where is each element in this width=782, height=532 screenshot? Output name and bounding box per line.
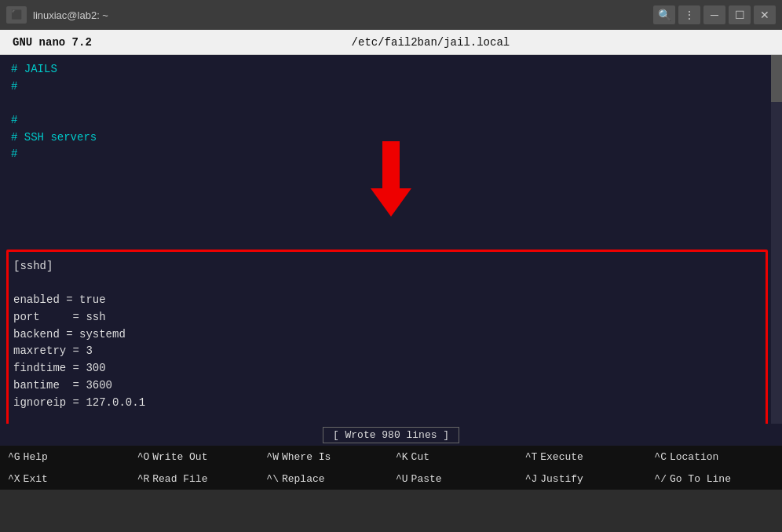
close-button[interactable]: ✕: [754, 5, 776, 24]
sshd-line-port: port = ssh: [13, 309, 761, 326]
shortcut-exit[interactable]: ^X Exit: [3, 468, 133, 490]
shortcut-grid: ^G Help ^O Write Out ^W Where Is ^K Cut …: [0, 446, 782, 490]
shortcut-location[interactable]: ^C Location: [649, 446, 779, 468]
shortcut-label-write: Write Out: [149, 451, 207, 463]
shortcut-key-cut: ^K: [396, 451, 408, 463]
shortcut-key-justify: ^J: [525, 473, 538, 485]
shortcut-key-read: ^R: [137, 473, 150, 485]
shortcut-key-replace: ^\: [266, 473, 279, 485]
shortcut-key-goto: ^/: [654, 473, 667, 485]
editor-line: #: [11, 78, 771, 96]
arrow-shaft: [382, 141, 400, 188]
highlight-section: [sshd] enabled = true port = ssh backend…: [6, 250, 768, 424]
shortcut-cut[interactable]: ^K Cut: [391, 446, 521, 468]
maximize-button[interactable]: ☐: [729, 5, 751, 24]
shortcut-key-where: ^W: [266, 451, 279, 463]
shortcut-key-write: ^O: [137, 451, 150, 463]
title-bar-controls: 🔍 ⋮ ─ ☐ ✕: [653, 5, 776, 24]
menu-button[interactable]: ⋮: [678, 5, 700, 24]
shortcut-label-justify: Justify: [537, 473, 583, 485]
sshd-line-blank: [13, 275, 761, 293]
window-title: linuxiac@lab2: ~: [33, 9, 108, 21]
editor-line: #: [11, 112, 771, 129]
editor-area[interactable]: # JAILS # # # SSH servers # [sshd] enabl…: [0, 55, 782, 424]
sshd-line-maxretry: maxretry = 3: [13, 343, 761, 360]
shortcut-replace[interactable]: ^\ Replace: [261, 468, 391, 490]
editor-line: # JAILS: [11, 61, 771, 78]
shortcut-execute[interactable]: ^T Execute: [521, 446, 650, 468]
shortcut-read-file[interactable]: ^R Read File: [133, 468, 262, 490]
shortcut-key-location: ^C: [654, 451, 667, 463]
shortcut-key-paste: ^U: [396, 473, 408, 485]
shortcut-go-to-line[interactable]: ^/ Go To Line: [649, 468, 779, 490]
sshd-line-findtime: findtime = 300: [13, 360, 761, 377]
scrollbar-thumb[interactable]: [771, 55, 782, 102]
shortcut-label-replace: Replace: [279, 473, 325, 485]
shortcut-label-exit: Exit: [20, 473, 48, 485]
sshd-line-backend: backend = systemd: [13, 326, 761, 344]
arrow-head: [371, 188, 411, 217]
shortcut-label-location: Location: [667, 451, 718, 463]
shortcut-key-execute: ^T: [525, 451, 538, 463]
arrow-indicator: [371, 141, 411, 217]
scrollbar[interactable]: [771, 55, 782, 424]
shortcut-justify[interactable]: ^J Justify: [521, 468, 650, 490]
nano-filename: /etc/fail2ban/jail.local: [352, 36, 510, 49]
shortcut-label-help: Help: [20, 451, 48, 463]
sshd-line-bantime: bantime = 3600: [13, 377, 761, 395]
sshd-line-enabled: enabled = true: [13, 292, 761, 309]
nano-header: GNU nano 7.2 /etc/fail2ban/jail.local: [0, 30, 782, 55]
shortcut-label-read: Read File: [149, 473, 207, 485]
shortcut-paste[interactable]: ^U Paste: [391, 468, 521, 490]
terminal-icon: ⬛: [6, 6, 27, 24]
shortcut-key-exit: ^X: [8, 473, 20, 485]
shortcut-where-is[interactable]: ^W Where Is: [261, 446, 391, 468]
shortcut-key-help: ^G: [8, 451, 20, 463]
status-bar: [ Wrote 980 lines ]: [0, 424, 782, 446]
nano-version: GNU nano 7.2: [13, 36, 92, 49]
shortcut-help[interactable]: ^G Help: [3, 446, 133, 468]
editor-line: [11, 95, 771, 112]
title-bar: ⬛ linuxiac@lab2: ~ 🔍 ⋮ ─ ☐ ✕: [0, 0, 782, 30]
title-bar-left: ⬛ linuxiac@lab2: ~: [6, 6, 108, 24]
shortcut-label-goto: Go To Line: [667, 473, 731, 485]
search-button[interactable]: 🔍: [653, 5, 675, 24]
shortcut-label-execute: Execute: [537, 451, 583, 463]
sshd-line-header: [sshd]: [13, 258, 761, 275]
shortcut-bar: ^G Help ^O Write Out ^W Where Is ^K Cut …: [0, 446, 782, 490]
shortcut-write-out[interactable]: ^O Write Out: [133, 446, 262, 468]
status-message: [ Wrote 980 lines ]: [323, 427, 459, 443]
minimize-button[interactable]: ─: [703, 5, 725, 24]
sshd-line-ignoreip: ignoreip = 127.0.0.1: [13, 395, 761, 412]
shortcut-label-cut: Cut: [408, 451, 429, 463]
shortcut-label-where: Where Is: [279, 451, 331, 463]
shortcut-label-paste: Paste: [408, 473, 442, 485]
